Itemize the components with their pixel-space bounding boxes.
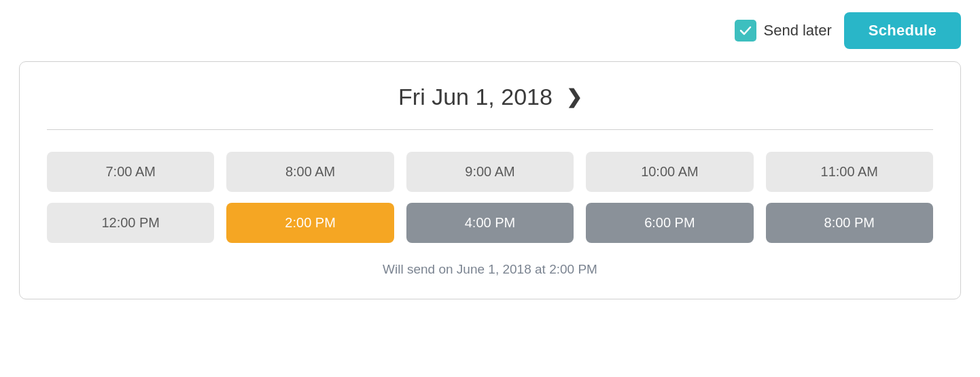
schedule-button[interactable]: Schedule — [844, 12, 961, 49]
time-slot-button[interactable]: 2:00 PM — [226, 203, 393, 243]
send-later-checkbox[interactable] — [735, 20, 756, 42]
date-display: Fri Jun 1, 2018 — [398, 84, 553, 110]
send-later-group: Send later — [735, 20, 831, 42]
time-grid: 7:00 AM8:00 AM9:00 AM10:00 AM11:00 AM12:… — [47, 152, 933, 243]
send-later-label: Send later — [763, 22, 831, 39]
top-bar: Send later Schedule — [0, 0, 980, 61]
time-slot-button[interactable]: 8:00 AM — [226, 152, 393, 192]
time-slot-button[interactable]: 7:00 AM — [47, 152, 214, 192]
time-slot-button[interactable]: 6:00 PM — [586, 203, 753, 243]
time-slot-button[interactable]: 10:00 AM — [586, 152, 753, 192]
time-slot-button[interactable]: 8:00 PM — [766, 203, 933, 243]
calendar-panel: Fri Jun 1, 2018 ❯ 7:00 AM8:00 AM9:00 AM1… — [19, 61, 961, 299]
time-slot-button[interactable]: 11:00 AM — [766, 152, 933, 192]
status-text: Will send on June 1, 2018 at 2:00 PM — [47, 262, 933, 277]
checkmark-icon — [739, 24, 752, 37]
time-slot-button[interactable]: 9:00 AM — [406, 152, 574, 192]
next-date-button[interactable]: ❯ — [566, 86, 582, 108]
divider — [47, 129, 933, 130]
date-header: Fri Jun 1, 2018 ❯ — [47, 84, 933, 110]
time-slot-button[interactable]: 4:00 PM — [406, 203, 574, 243]
time-slot-button[interactable]: 12:00 PM — [47, 203, 214, 243]
